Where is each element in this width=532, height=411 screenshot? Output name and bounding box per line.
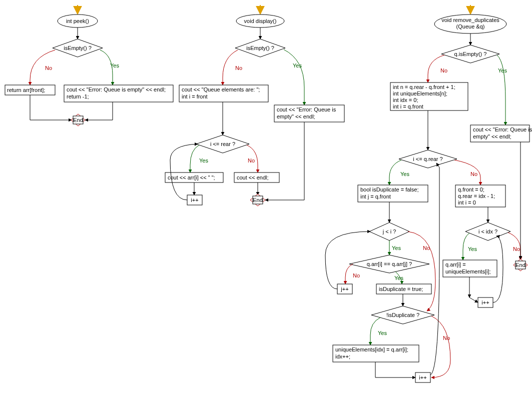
- rd-d3-yes: Yes: [392, 245, 401, 251]
- rd-init-l2: int uniqueElements[n];: [393, 90, 447, 96]
- display-cout-arr: cout << arr[i] << " ";: [168, 174, 215, 180]
- rd-uniq-l2: idx++;: [335, 354, 350, 360]
- flowchart-display: void display() isEmpty() ? No cout << "Q…: [165, 5, 344, 206]
- rd-d5-yes: Yes: [378, 330, 387, 336]
- rd-d1-no: No: [440, 68, 447, 74]
- rd-d2-yes: Yes: [400, 171, 409, 177]
- rd-inner-l1: bool isDuplicate = false;: [360, 186, 418, 192]
- rd-assign-l2: uniqueElements[i];: [445, 268, 491, 274]
- flowchart-peek: int peek() isEmpty() ? Yes cout << "Erro…: [5, 5, 173, 126]
- display-err-l1: cout << "Error: Queue is: [277, 106, 336, 112]
- peek-start: int peek(): [66, 18, 89, 24]
- display-cout-endl: cout << endl;: [237, 174, 269, 180]
- rd-after-l3: int i = 0: [458, 200, 476, 206]
- rd-d6: i < idx ?: [478, 228, 497, 234]
- display-no-label: No: [235, 65, 242, 71]
- rd-jinc: j++: [340, 286, 348, 292]
- flowchart-remove-duplicates: void remove_duplicates (Queue &q) q.isEm…: [325, 5, 532, 382]
- rd-d5-no: No: [443, 335, 450, 341]
- rd-d4-yes: Yes: [394, 275, 403, 281]
- peek-yes-box-l1: cout << "Error: Queue is empty" << endl;: [67, 86, 166, 92]
- rd-d4: q.arr[i] == q.arr[j] ?: [367, 261, 412, 267]
- display-err-l2: empty" << endl;: [277, 114, 315, 120]
- rd-iinc: i++: [419, 374, 426, 380]
- peek-end: End: [71, 114, 85, 126]
- display-yes-label: Yes: [293, 62, 302, 68]
- display-d2-no: No: [248, 158, 255, 164]
- rd-d6-yes: Yes: [468, 246, 477, 252]
- rd-start-l2: (Queue &q): [456, 24, 485, 30]
- rd-d6-no: No: [513, 246, 520, 252]
- display-isempty: isEmpty() ?: [246, 45, 274, 51]
- svg-line-49: [469, 298, 478, 302]
- rd-d1-yes: Yes: [498, 68, 507, 74]
- rd-dup: isDuplicate = true;: [379, 286, 423, 292]
- rd-inner-l2: int j = q.front: [360, 194, 391, 200]
- display-no-box-l1: cout << "Queue elements are: ";: [182, 86, 260, 92]
- peek-no-label: No: [45, 65, 52, 71]
- display-d2-yes: Yes: [199, 158, 208, 164]
- display-iinc: i++: [191, 197, 198, 203]
- peek-yes-box-l2: return -1;: [67, 94, 89, 100]
- rd-d3-no: No: [423, 245, 430, 251]
- flowchart-canvas: int peek() isEmpty() ? Yes cout << "Erro…: [0, 0, 532, 411]
- rd-start-l1: void remove_duplicates: [441, 17, 499, 23]
- rd-d4-no: No: [353, 272, 360, 278]
- rd-d5: !isDuplicate ?: [386, 312, 419, 318]
- rd-isempty: q.isEmpty() ?: [454, 51, 487, 57]
- svg-text:End: End: [253, 197, 263, 203]
- rd-init-l3: int idx = 0;: [393, 97, 418, 103]
- peek-yes-label: Yes: [110, 62, 119, 68]
- rd-err-l2: empty" << endl;: [473, 134, 511, 140]
- rd-assign-l1: q.arr[i] =: [445, 262, 466, 268]
- svg-text:End: End: [73, 117, 83, 123]
- rd-after-l2: q.rear = idx - 1;: [458, 193, 495, 199]
- rd-uniq-l1: uniqueElements[idx] = q.arr[i];: [335, 346, 408, 352]
- rd-init-l1: int n = q.rear - q.front + 1;: [393, 84, 455, 90]
- rd-after-l1: q.front = 0;: [458, 186, 484, 192]
- display-loop-cond: i <= rear ?: [210, 141, 235, 147]
- rd-d3: j < i ?: [382, 228, 396, 234]
- display-no-box-l2: int i = front: [182, 94, 208, 100]
- peek-no-box: return arr[front];: [7, 87, 45, 93]
- display-end: End: [250, 194, 265, 206]
- rd-iinc2: i++: [481, 300, 489, 306]
- rd-d2-no: No: [470, 171, 477, 177]
- rd-err-l1: cout << "Error: Queue is: [473, 126, 532, 132]
- rd-d2: i <= q.rear ?: [413, 156, 442, 162]
- display-start: void display(): [244, 18, 277, 24]
- rd-init-l4: int i = q.front: [393, 104, 423, 110]
- svg-text:End: End: [515, 262, 525, 268]
- peek-isempty: isEmpty() ?: [64, 45, 92, 51]
- rd-end: End: [513, 259, 527, 271]
